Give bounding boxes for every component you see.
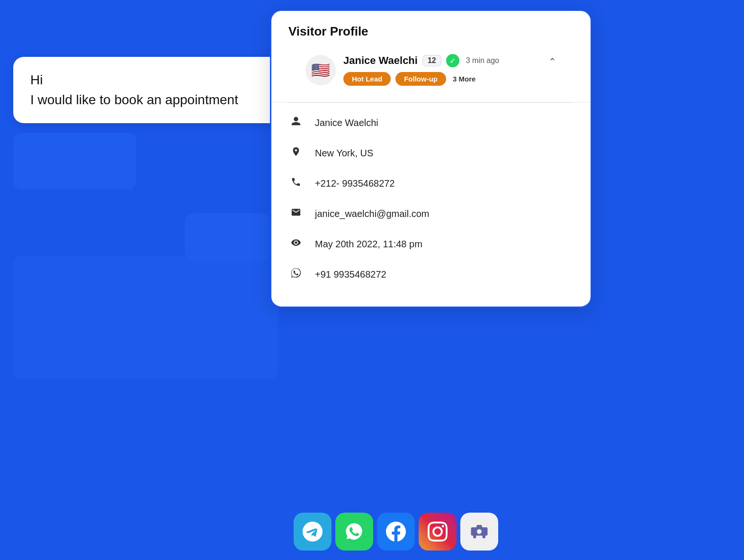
- microsoft-teams-icon[interactable]: [460, 513, 498, 551]
- detail-row-location: New York, US: [271, 138, 591, 168]
- chat-message: Hi I would like to book an appointment: [30, 70, 271, 110]
- deco-rect-2: [185, 213, 270, 261]
- whatsapp-social-icon[interactable]: [335, 513, 373, 551]
- tag-hot-lead[interactable]: Hot Lead: [343, 72, 391, 86]
- deco-rect-3: [13, 256, 278, 379]
- tags-row: Hot Lead Follow-up 3 More: [343, 72, 499, 86]
- name-row: Janice Waelchi 12 ✓ 3 min ago: [343, 54, 499, 67]
- contact-row: 🇺🇸 Janice Waelchi 12 ✓ 3 min ago Hot Lea…: [288, 47, 574, 92]
- detail-email-text: janice_waelchi@gmail.com: [315, 208, 430, 219]
- detail-row-phone: +212- 9935468272: [271, 168, 591, 199]
- detail-location-text: New York, US: [315, 148, 373, 159]
- chat-bubble-wrapper: Hi I would like to book an appointment: [13, 57, 288, 123]
- detail-whatsapp-text: +91 9935468272: [315, 269, 386, 280]
- facebook-icon[interactable]: [377, 513, 415, 551]
- visitor-profile-card: Visitor Profile 🇺🇸 Janice Waelchi 12 ✓ 3…: [270, 9, 592, 308]
- whatsapp-icon: [288, 268, 304, 281]
- contact-main: 🇺🇸 Janice Waelchi 12 ✓ 3 min ago Hot Lea…: [305, 54, 548, 86]
- eye-icon: [288, 237, 304, 251]
- profile-card-header: Visitor Profile 🇺🇸 Janice Waelchi 12 ✓ 3…: [271, 11, 591, 102]
- contact-info: Janice Waelchi 12 ✓ 3 min ago Hot Lead F…: [343, 54, 499, 86]
- time-ago: 3 min ago: [466, 56, 499, 65]
- telegram-icon[interactable]: [294, 513, 332, 551]
- tag-follow-up[interactable]: Follow-up: [395, 72, 446, 86]
- phone-icon: [288, 177, 304, 190]
- avatar: 🇺🇸: [305, 55, 336, 85]
- detail-last-seen-text: May 20th 2022, 11:48 pm: [315, 239, 422, 250]
- detail-name-text: Janice Waelchi: [315, 117, 378, 128]
- detail-row-whatsapp: +91 9935468272: [271, 259, 591, 289]
- detail-row-email: janice_waelchi@gmail.com: [271, 199, 591, 229]
- email-icon: [288, 207, 304, 220]
- contact-name: Janice Waelchi: [343, 54, 418, 67]
- detail-row-name: Janice Waelchi: [271, 108, 591, 138]
- tag-more[interactable]: 3 More: [451, 72, 477, 86]
- instagram-icon[interactable]: [419, 513, 457, 551]
- profile-details: Janice Waelchi New York, US +212- 993546…: [271, 103, 591, 289]
- deco-rect-1: [13, 133, 136, 190]
- location-icon: [288, 146, 304, 160]
- detail-phone-text: +212- 9935468272: [315, 178, 395, 189]
- whatsapp-status-icon: ✓: [446, 54, 459, 67]
- detail-row-last-seen: May 20th 2022, 11:48 pm: [271, 229, 591, 259]
- collapse-chevron-icon[interactable]: ⌃: [548, 56, 556, 67]
- profile-card-title: Visitor Profile: [288, 24, 574, 39]
- social-bar: [294, 513, 498, 551]
- chat-bubble: Hi I would like to book an appointment: [13, 57, 288, 123]
- person-icon: [288, 116, 304, 129]
- message-count-badge: 12: [422, 55, 441, 66]
